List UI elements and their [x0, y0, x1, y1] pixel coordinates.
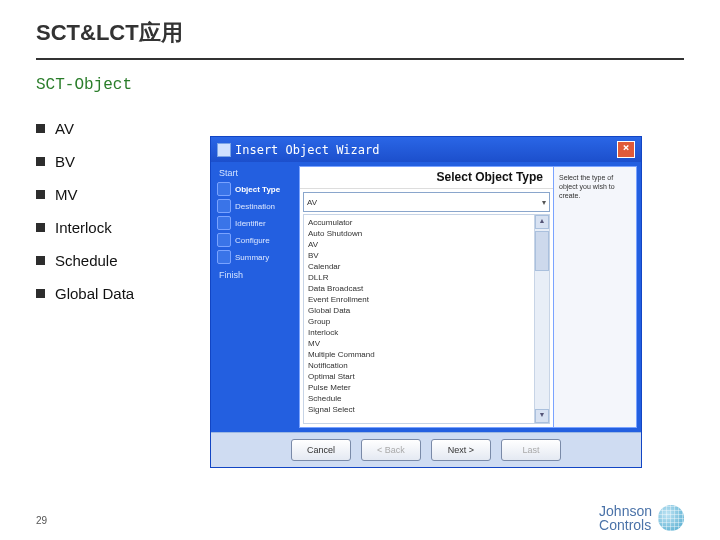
list-item[interactable]: Schedule: [304, 393, 534, 404]
scroll-thumb[interactable]: [535, 231, 549, 271]
page-title: SCT&LCT应用: [0, 0, 720, 58]
step-icon: [217, 182, 231, 196]
step-icon: [217, 199, 231, 213]
bullet-icon: [36, 223, 45, 232]
section-subtitle: SCT-Object: [0, 60, 720, 98]
object-type-select[interactable]: AV ▾: [303, 192, 550, 212]
list-item[interactable]: Notification: [304, 360, 534, 371]
wizard-step[interactable]: Object Type: [217, 182, 299, 196]
back-button[interactable]: < Back: [361, 439, 421, 461]
step-icon: [217, 250, 231, 264]
list-item[interactable]: Pulse Meter: [304, 382, 534, 393]
wizard-step[interactable]: Identifier: [217, 216, 299, 230]
object-type-list[interactable]: Accumulator Auto Shutdown AV BV Calendar…: [304, 215, 534, 423]
dialog-buttons: Cancel < Back Next > Last: [211, 432, 641, 467]
wizard-step[interactable]: Summary: [217, 250, 299, 264]
next-button[interactable]: Next >: [431, 439, 491, 461]
bullet-icon: [36, 190, 45, 199]
dialog-titlebar[interactable]: Insert Object Wizard ×: [211, 137, 641, 162]
app-icon: [217, 143, 231, 157]
list-item[interactable]: BV: [304, 250, 534, 261]
step-icon: [217, 216, 231, 230]
chevron-down-icon: ▾: [542, 198, 546, 207]
list-item[interactable]: Calendar: [304, 261, 534, 272]
list-item[interactable]: Interlock: [304, 327, 534, 338]
help-text: Select the type of object you wish to cr…: [554, 166, 637, 428]
list-item: AV: [36, 120, 720, 137]
list-item[interactable]: DLLR: [304, 272, 534, 283]
step-start-label: Start: [219, 168, 299, 178]
list-item[interactable]: Accumulator: [304, 217, 534, 228]
step-finish-label: Finish: [219, 270, 299, 280]
list-item[interactable]: Multiple Command: [304, 349, 534, 360]
page-number: 29: [36, 515, 47, 526]
dialog-caption: Insert Object Wizard: [235, 143, 380, 157]
list-item[interactable]: Signal Select: [304, 404, 534, 415]
scroll-down-icon[interactable]: ▼: [535, 409, 549, 423]
step-icon: [217, 233, 231, 247]
insert-object-wizard-dialog: Insert Object Wizard × Start Object Type…: [210, 136, 642, 468]
list-item[interactable]: AV: [304, 239, 534, 250]
list-item[interactable]: Data Broadcast: [304, 283, 534, 294]
list-item[interactable]: Optimal Start: [304, 371, 534, 382]
bullet-icon: [36, 157, 45, 166]
close-button[interactable]: ×: [617, 141, 635, 158]
scrollbar[interactable]: ▲ ▼: [534, 215, 549, 423]
list-item[interactable]: Auto Shutdown: [304, 228, 534, 239]
bullet-icon: [36, 289, 45, 298]
list-item[interactable]: Event Enrollment: [304, 294, 534, 305]
list-item[interactable]: MV: [304, 338, 534, 349]
bullet-icon: [36, 256, 45, 265]
globe-icon: [658, 505, 684, 531]
select-value: AV: [307, 198, 317, 207]
list-item[interactable]: Group: [304, 316, 534, 327]
cancel-button[interactable]: Cancel: [291, 439, 351, 461]
wizard-steps: Start Object Type Destination Identifier…: [211, 162, 299, 432]
wizard-step[interactable]: Configure: [217, 233, 299, 247]
list-item[interactable]: Global Data: [304, 305, 534, 316]
last-button[interactable]: Last: [501, 439, 561, 461]
dialog-header: Select Object Type: [300, 167, 553, 189]
scroll-up-icon[interactable]: ▲: [535, 215, 549, 229]
wizard-step[interactable]: Destination: [217, 199, 299, 213]
bullet-icon: [36, 124, 45, 133]
brand-logo: JohnsonControls: [599, 504, 684, 532]
